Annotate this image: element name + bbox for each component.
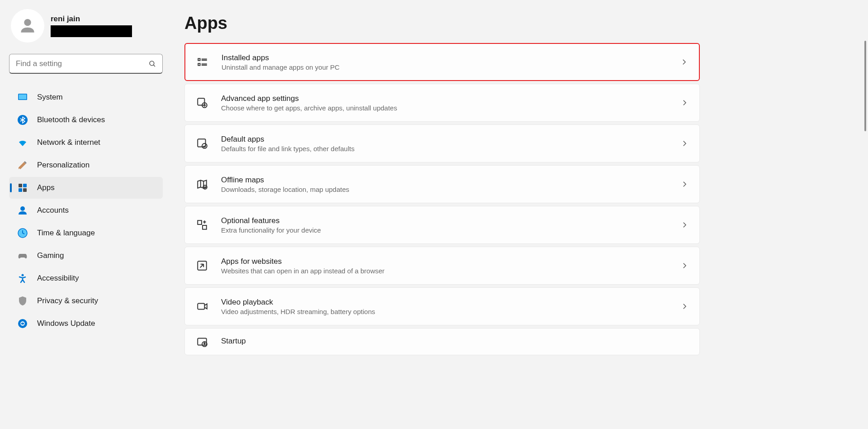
svg-rect-29 <box>198 304 204 310</box>
chevron-right-icon <box>680 302 689 310</box>
main-content: Apps Installed apps Uninstall and manage… <box>172 0 868 429</box>
card-desc: Video adjustments, HDR streaming, batter… <box>221 308 668 315</box>
cards-list: Installed apps Uninstall and manage apps… <box>184 43 700 355</box>
privacy-icon <box>17 296 28 306</box>
card-desc: Downloads, storage location, map updates <box>221 186 668 193</box>
card-desc: Choose where to get apps, archive apps, … <box>221 104 668 112</box>
gaming-icon <box>17 250 28 261</box>
sidebar-item-label: Bluetooth & devices <box>37 115 105 124</box>
card-title: Offline maps <box>221 176 668 185</box>
card-title: Advanced app settings <box>221 94 668 103</box>
sidebar-item-label: Time & language <box>37 229 95 238</box>
apps-for-websites-icon <box>196 259 208 272</box>
svg-line-2 <box>154 65 155 67</box>
system-icon <box>17 92 28 103</box>
svg-point-14 <box>18 319 27 328</box>
svg-rect-21 <box>198 98 204 105</box>
search-input[interactable] <box>9 54 163 74</box>
accessibility-icon <box>17 273 28 284</box>
card-desc: Extra functionality for your device <box>221 226 668 234</box>
offline-maps-icon <box>196 178 208 191</box>
default-apps-icon <box>196 137 208 150</box>
nav: System Bluetooth & devices Network & int… <box>9 86 163 334</box>
svg-point-10 <box>20 206 25 211</box>
sidebar-item-gaming[interactable]: Gaming <box>9 245 163 267</box>
person-icon <box>18 16 38 36</box>
installed-apps-icon <box>196 56 209 68</box>
profile-section[interactable]: reni jain <box>9 9 163 49</box>
card-title: Video playback <box>221 298 668 307</box>
svg-rect-7 <box>23 184 27 187</box>
card-title: Installed apps <box>222 53 667 62</box>
network-icon <box>17 137 28 148</box>
optional-features-icon <box>196 219 208 231</box>
sidebar-item-label: Apps <box>37 183 55 192</box>
card-title: Optional features <box>221 216 668 225</box>
chevron-right-icon <box>680 58 688 66</box>
sidebar-item-network[interactable]: Network & internet <box>9 132 163 153</box>
card-desc: Defaults for file and link types, other … <box>221 145 668 153</box>
time-language-icon <box>17 228 28 238</box>
sidebar-item-label: Privacy & security <box>37 296 98 305</box>
svg-rect-4 <box>19 95 27 100</box>
apps-icon <box>17 182 28 193</box>
card-title: Apps for websites <box>221 257 668 266</box>
search-wrap <box>9 54 163 74</box>
chevron-right-icon <box>680 262 689 270</box>
video-playback-icon <box>196 300 208 313</box>
sidebar-item-accessibility[interactable]: Accessibility <box>9 267 163 289</box>
card-startup[interactable]: Startup <box>184 328 700 355</box>
chevron-right-icon <box>680 180 689 188</box>
profile-info: reni jain <box>51 14 132 37</box>
sidebar-item-windows-update[interactable]: Windows Update <box>9 313 163 334</box>
sidebar: reni jain System Bluetooth & devices Net <box>0 0 172 429</box>
sidebar-item-label: Windows Update <box>37 319 95 328</box>
sidebar-item-accounts[interactable]: Accounts <box>9 200 163 221</box>
sidebar-item-apps[interactable]: Apps <box>9 177 163 199</box>
sidebar-item-time-language[interactable]: Time & language <box>9 222 163 244</box>
sidebar-item-label: Accounts <box>37 206 69 215</box>
card-optional-features[interactable]: Optional features Extra functionality fo… <box>184 206 700 244</box>
svg-rect-26 <box>198 220 202 224</box>
scrollbar-thumb[interactable] <box>864 41 866 131</box>
card-installed-apps[interactable]: Installed apps Uninstall and manage apps… <box>184 43 700 81</box>
startup-icon <box>196 335 208 348</box>
sidebar-item-bluetooth[interactable]: Bluetooth & devices <box>9 109 163 131</box>
svg-rect-23 <box>198 139 205 147</box>
svg-rect-8 <box>19 188 22 192</box>
svg-rect-27 <box>203 225 207 229</box>
sidebar-item-privacy[interactable]: Privacy & security <box>9 290 163 312</box>
svg-rect-16 <box>198 63 200 65</box>
card-default-apps[interactable]: Default apps Defaults for file and link … <box>184 124 700 162</box>
page-title: Apps <box>184 14 850 33</box>
sidebar-item-label: Network & internet <box>37 138 100 147</box>
svg-rect-15 <box>198 58 200 60</box>
chevron-right-icon <box>680 99 689 107</box>
scrollbar[interactable] <box>864 41 866 131</box>
card-title: Startup <box>221 337 689 346</box>
card-title: Default apps <box>221 135 668 144</box>
sidebar-item-system[interactable]: System <box>9 86 163 108</box>
sidebar-item-label: Gaming <box>37 251 64 260</box>
svg-point-1 <box>150 61 154 66</box>
advanced-app-settings-icon <box>196 96 208 109</box>
card-video-playback[interactable]: Video playback Video adjustments, HDR st… <box>184 287 700 325</box>
card-desc: Uninstall and manage apps on your PC <box>222 63 667 71</box>
svg-point-0 <box>24 19 31 26</box>
bluetooth-icon <box>17 114 28 125</box>
avatar <box>11 9 44 43</box>
accounts-icon <box>17 205 28 216</box>
chevron-right-icon <box>680 139 689 148</box>
user-email-redacted <box>51 25 132 37</box>
sidebar-item-label: System <box>37 93 63 102</box>
card-desc: Websites that can open in an app instead… <box>221 267 668 275</box>
chevron-right-icon <box>680 221 689 229</box>
svg-rect-9 <box>23 188 27 192</box>
sidebar-item-label: Personalization <box>37 161 90 170</box>
svg-rect-6 <box>19 184 22 187</box>
search-icon <box>148 60 156 68</box>
sidebar-item-personalization[interactable]: Personalization <box>9 154 163 176</box>
card-apps-for-websites[interactable]: Apps for websites Websites that can open… <box>184 247 700 285</box>
card-advanced-app-settings[interactable]: Advanced app settings Choose where to ge… <box>184 84 700 122</box>
card-offline-maps[interactable]: Offline maps Downloads, storage location… <box>184 165 700 203</box>
